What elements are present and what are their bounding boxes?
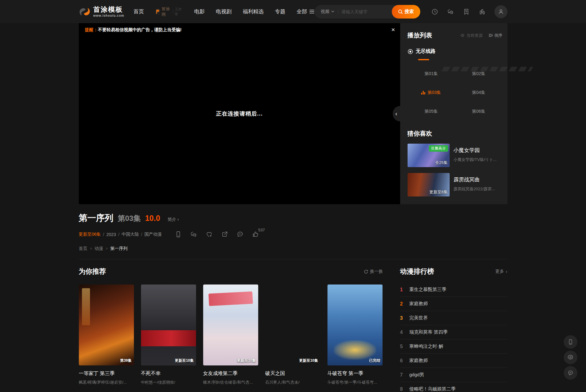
share-icon[interactable] [221, 231, 228, 238]
search-button[interactable]: 搜索 [392, 5, 420, 19]
video-player[interactable]: 提醒： 不要轻易相信视频中的广告，谨防上当受骗! × 正在连接请稍后... ‹ [79, 23, 400, 204]
site-logo-icon [79, 6, 91, 17]
chevron-down-icon [331, 11, 334, 13]
rank-item[interactable]: 6 家庭教师 [400, 354, 507, 368]
meta-genre: 国产动漫 [144, 232, 162, 237]
rank-item[interactable]: 8 侵略吧！乌贼娘第二季 [400, 382, 507, 392]
ranking-icon[interactable] [479, 8, 485, 15]
user-icon [498, 8, 504, 15]
video-cast: 石川界人/和气杏未/ [265, 380, 320, 385]
video-poster: 已完结 [327, 285, 383, 365]
search-icon [398, 9, 403, 14]
video-thumbnail: 豆瓣高分 全25集 [408, 144, 450, 167]
episode-item[interactable]: 第02集 [455, 67, 503, 81]
action-bar: 537 [175, 231, 259, 238]
more-button[interactable]: 更多 › [495, 269, 507, 274]
rank-item[interactable]: 1 重生之慕甄第三季 [400, 283, 507, 297]
nav-home[interactable]: 首页 [134, 8, 144, 15]
video-card[interactable]: 更新至10集 不死不幸 中村悠一/佳原萌枝/ [141, 285, 196, 385]
video-subtitle: 霹雳战冥曲2022/霹雳... [454, 186, 495, 192]
site-logo[interactable]: 首涂模板 www.ishoutu.com [79, 6, 124, 17]
meta-region: 中国大陆 [122, 232, 139, 237]
poster-badge: 更新至10集 [237, 358, 256, 363]
mobile-icon[interactable] [175, 231, 182, 238]
related-video-card[interactable]: 更新至6集 霹雳战冥曲 霹雳战冥曲2022/霹雳... [408, 173, 503, 196]
video-cast: 榎木淳弥/佐仓绫音/和气杏... [203, 380, 258, 385]
nav-all[interactable]: 全部 [297, 8, 314, 15]
nav-tv[interactable]: 电视剧 [216, 8, 232, 15]
video-title: 霹雳战冥曲 [454, 176, 495, 183]
episode-item[interactable]: 第01集 [408, 67, 455, 81]
rank-item[interactable]: 4 瑞克和莫蒂 第四季 [400, 325, 507, 339]
active-tab-underline [418, 59, 429, 60]
score-value: 10.0 [145, 214, 160, 223]
header-actions [431, 5, 507, 18]
feedback-button[interactable] [564, 366, 577, 380]
nav-welfare[interactable]: 福利精选 [243, 8, 264, 15]
video-card[interactable]: 更新至10集 破灭之国 石川界人/和气杏未/ [265, 285, 320, 385]
top-navbar: 首涂模板 www.ishoutu.com 首页 首涂网 工作室 电影 电视剧 福… [0, 0, 586, 23]
shuffle-button[interactable]: 换一换 [364, 269, 383, 274]
rank-item[interactable]: 5 寒蝉鸣泣之时·解 [400, 339, 507, 354]
recommend-title: 为你推荐 [79, 267, 106, 276]
search-bar: 视频 搜索 [314, 5, 420, 19]
nav-topics[interactable]: 专题 [275, 8, 285, 15]
main-nav: 首页 首涂网 工作室 电影 电视剧 福利精选 专题 全部 [134, 6, 314, 17]
video-card[interactable]: 第39集 一等家丁 第三季 枫茗/橙璃/罗梓弦/谢必安/... [79, 285, 134, 385]
hamburger-icon [309, 10, 314, 14]
episode-item-active[interactable]: 第03集 [408, 86, 455, 99]
episode-item[interactable]: 第06集 [455, 105, 503, 118]
mobile-app-button[interactable] [564, 335, 577, 349]
breadcrumb-home[interactable]: 首页 [79, 246, 88, 251]
user-avatar[interactable] [494, 5, 507, 18]
settings-button[interactable] [564, 351, 577, 364]
gear-icon [567, 354, 574, 360]
site-title: 首涂模板 [93, 6, 124, 13]
video-card[interactable]: 更新至10集 女友成堆第二季 榎木淳弥/佐仓绫音/和气杏... [203, 285, 258, 385]
video-thumbnail: 更新至6集 [408, 173, 450, 196]
rank-item[interactable]: 2 家庭教师 [400, 297, 507, 311]
related-video-card[interactable]: 豆瓣高分 全25集 小魔女学园 小魔女学园/TV版/リト... [408, 144, 503, 167]
video-poster: 更新至10集 [141, 285, 196, 365]
video-title: 不死不幸 [141, 370, 196, 377]
section-divider [79, 259, 507, 259]
breadcrumb-current: 第一序列 [110, 246, 128, 251]
wechat-share-icon[interactable] [190, 231, 197, 238]
recommend-grid: 第39集 一等家丁 第三季 枫茗/橙璃/罗梓弦/谢必安/... 更新至10集 不… [79, 285, 383, 385]
favorite-icon[interactable] [206, 231, 213, 238]
like-button[interactable]: 537 [252, 231, 259, 238]
video-poster: 更新至10集 [203, 285, 258, 365]
poster-badge: 第39集 [120, 358, 131, 363]
notice-label: 提醒： [85, 27, 98, 33]
collapse-playlist-button[interactable]: ‹ [393, 106, 400, 121]
rank-item[interactable]: 3 完美世界 [400, 311, 507, 325]
bookmark-icon[interactable] [463, 8, 470, 15]
poster-badge: 已完结 [369, 358, 380, 363]
breadcrumb-category[interactable]: 动漫 [95, 246, 103, 251]
video-cast: 斗破苍穹/第一季/斗破苍穹... [327, 380, 383, 385]
reverse-order-button[interactable]: 倒序 [488, 33, 503, 38]
video-title: 女友成堆第二季 [203, 370, 258, 377]
rank-item[interactable]: 7 gdgd男 [400, 368, 507, 382]
episode-item[interactable]: 第04集 [455, 86, 503, 99]
douban-badge: 豆瓣高分 [429, 145, 448, 152]
video-page-title: 第一序列 [79, 212, 113, 224]
notice-text: 不要轻易相信视频中的广告，谨防上当受骗! [98, 27, 182, 33]
speaker-icon [460, 33, 465, 38]
search-category-dropdown[interactable]: 视频 [314, 9, 338, 15]
wechat-icon[interactable] [447, 8, 454, 15]
tab-route[interactable]: 无尽线路 [408, 48, 436, 55]
nav-studio-badge[interactable]: 首涂网 工作室 [155, 6, 183, 17]
intro-link[interactable]: 简介 › [168, 217, 179, 222]
nav-movies[interactable]: 电影 [194, 8, 205, 15]
episode-item[interactable]: 第05集 [408, 105, 455, 118]
current-source-button[interactable]: 当前资源 [460, 33, 483, 38]
episode-note: 全25集 [435, 160, 447, 166]
player-status-text: 正在连接请稍后... [216, 110, 263, 117]
comment-icon[interactable] [237, 231, 244, 238]
video-card[interactable]: 已完结 斗破苍穹 第一季 斗破苍穹/第一季/斗破苍穹... [327, 285, 383, 385]
ranking-title: 动漫排行榜 [400, 267, 434, 276]
close-icon[interactable]: × [391, 26, 395, 33]
history-icon[interactable] [431, 8, 438, 15]
chat-bubble-icon [567, 370, 574, 376]
